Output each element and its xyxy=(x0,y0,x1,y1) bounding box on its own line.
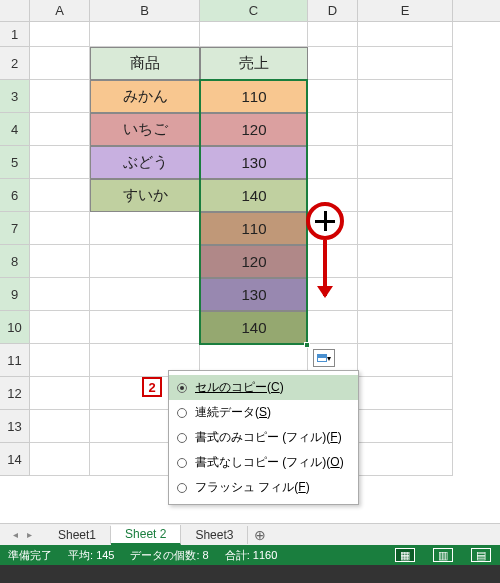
row-8[interactable]: 8 xyxy=(0,245,30,278)
cell-c10[interactable]: 140 xyxy=(200,311,308,344)
cell-c7[interactable]: 110 xyxy=(200,212,308,245)
cell-b6[interactable]: すいか xyxy=(90,179,200,212)
cell-c6[interactable]: 140 xyxy=(200,179,308,212)
row-3[interactable]: 3 xyxy=(0,80,30,113)
cell-c3[interactable]: 110 xyxy=(200,80,308,113)
tab-sheet2[interactable]: Sheet 2 xyxy=(111,525,181,545)
cell-b3[interactable]: みかん xyxy=(90,80,200,113)
status-sum: 合計: 1160 xyxy=(225,548,278,563)
status-avg: 平均: 145 xyxy=(68,548,114,563)
menu-fill-series[interactable]: 連続データ(S) xyxy=(169,400,358,425)
col-a[interactable]: A xyxy=(30,0,90,21)
row-1[interactable]: 1 xyxy=(0,22,30,47)
row-4[interactable]: 4 xyxy=(0,113,30,146)
row-13[interactable]: 13 xyxy=(0,410,30,443)
view-normal-button[interactable]: ▦ xyxy=(395,548,415,562)
bottom-border xyxy=(0,565,500,583)
row-7[interactable]: 7 xyxy=(0,212,30,245)
status-count: データの個数: 8 xyxy=(130,548,208,563)
tab-sheet3[interactable]: Sheet3 xyxy=(181,526,248,544)
cell-c4[interactable]: 120 xyxy=(200,113,308,146)
status-bar: 準備完了 平均: 145 データの個数: 8 合計: 1160 ▦ ▥ ▤ xyxy=(0,545,500,565)
row-2[interactable]: 2 xyxy=(0,47,30,80)
col-e[interactable]: E xyxy=(358,0,453,21)
drag-arrow-icon xyxy=(323,240,327,296)
cell-b4[interactable]: いちご xyxy=(90,113,200,146)
sheet-tabs: ◂▸ Sheet1 Sheet 2 Sheet3 ⊕ xyxy=(0,523,500,545)
menu-fill-no-format[interactable]: 書式なしコピー (フィル)(O) xyxy=(169,450,358,475)
autofill-menu: セルのコピー(C) 連続データ(S) 書式のみコピー (フィル)(F) 書式なし… xyxy=(168,370,359,505)
cell-c9[interactable]: 130 xyxy=(200,278,308,311)
fill-handle[interactable] xyxy=(304,342,310,348)
cell-b2[interactable]: 商品 xyxy=(90,47,200,80)
row-11[interactable]: 11 xyxy=(0,344,30,377)
add-sheet-button[interactable]: ⊕ xyxy=(248,527,272,543)
view-layout-button[interactable]: ▥ xyxy=(433,548,453,562)
status-ready: 準備完了 xyxy=(8,548,52,563)
tab-sheet1[interactable]: Sheet1 xyxy=(44,526,111,544)
cell-c5[interactable]: 130 xyxy=(200,146,308,179)
cell-b5[interactable]: ぶどう xyxy=(90,146,200,179)
menu-copy-cells[interactable]: セルのコピー(C) xyxy=(169,375,358,400)
row-5[interactable]: 5 xyxy=(0,146,30,179)
menu-flash-fill[interactable]: フラッシュ フィル(F) xyxy=(169,475,358,500)
column-headers: A B C D E xyxy=(0,0,500,22)
row-14[interactable]: 14 xyxy=(0,443,30,476)
col-d[interactable]: D xyxy=(308,0,358,21)
view-break-button[interactable]: ▤ xyxy=(471,548,491,562)
row-10[interactable]: 10 xyxy=(0,311,30,344)
cell-c8[interactable]: 120 xyxy=(200,245,308,278)
annotation-badge: 2 xyxy=(142,377,162,397)
row-9[interactable]: 9 xyxy=(0,278,30,311)
cursor-crosshair-icon xyxy=(306,202,344,240)
tab-nav[interactable]: ◂▸ xyxy=(0,529,44,540)
col-c[interactable]: C xyxy=(200,0,308,21)
row-6[interactable]: 6 xyxy=(0,179,30,212)
row-12[interactable]: 12 xyxy=(0,377,30,410)
cell-c2[interactable]: 売上 xyxy=(200,47,308,80)
col-b[interactable]: B xyxy=(90,0,200,21)
menu-fill-format-only[interactable]: 書式のみコピー (フィル)(F) xyxy=(169,425,358,450)
autofill-options-button[interactable]: ▾ xyxy=(313,349,335,367)
